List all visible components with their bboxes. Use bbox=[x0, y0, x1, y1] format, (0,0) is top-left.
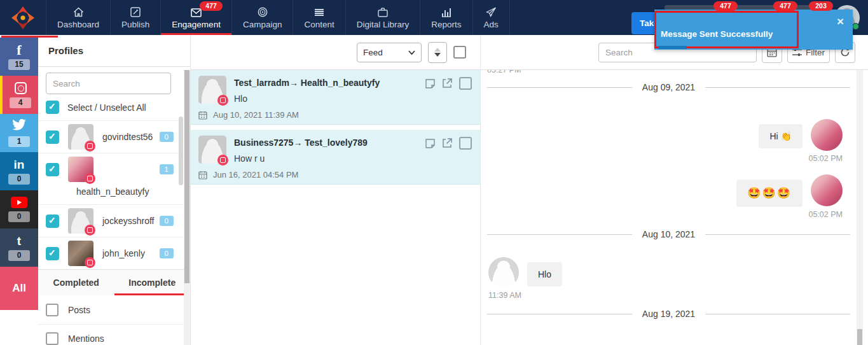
account-row[interactable]: govindtest56 0 bbox=[38, 120, 190, 153]
scrollbar-thumb[interactable] bbox=[184, 70, 189, 283]
profiles-list-scrollbar[interactable] bbox=[179, 116, 183, 185]
select-all-label: Select / Unselect All bbox=[67, 102, 146, 113]
note-icon[interactable] bbox=[425, 79, 435, 88]
card-checkbox[interactable] bbox=[459, 77, 472, 90]
note-icon[interactable] bbox=[425, 139, 435, 148]
nav-item-publish[interactable]: Publish bbox=[111, 0, 161, 35]
sidebar-item-tumblr[interactable]: t 0 bbox=[0, 229, 38, 267]
conversation-scrollbar[interactable] bbox=[857, 70, 863, 345]
account-avatar bbox=[68, 241, 93, 266]
sidebar-item-all[interactable]: All bbox=[0, 267, 38, 310]
sidebar-item-instagram[interactable]: 4 bbox=[0, 76, 38, 114]
open-external-icon[interactable] bbox=[442, 138, 452, 148]
facebook-icon: f bbox=[17, 44, 21, 56]
nav-item-campaign[interactable]: Campaign bbox=[232, 0, 294, 35]
profiles-scrollbar[interactable] bbox=[184, 70, 190, 345]
counter-badge: 477 bbox=[713, 1, 738, 11]
separator-date: Aug 09, 2021 bbox=[642, 82, 695, 92]
message-time: 11:39 AM bbox=[487, 291, 850, 300]
message-bubble: Hi 👏 bbox=[759, 124, 803, 148]
date-separator: Aug 09, 2021 bbox=[487, 82, 850, 92]
nav-label: Digital Library bbox=[357, 20, 410, 29]
nav-label: Dashboard bbox=[57, 20, 99, 29]
filter-label: Posts bbox=[68, 305, 90, 315]
account-row[interactable]: 1 bbox=[38, 153, 190, 185]
filter-row-posts[interactable]: Posts bbox=[38, 295, 190, 324]
sidebar-item-youtube[interactable]: 0 bbox=[0, 190, 38, 229]
sidebar-item-linkedin[interactable]: in 0 bbox=[0, 152, 38, 190]
card-timestamp: Jun 16, 2021 04:54 PM bbox=[213, 170, 298, 180]
filter-label: Mentions bbox=[68, 334, 104, 344]
tab-completed[interactable]: Completed bbox=[38, 270, 114, 295]
sort-order-button[interactable] bbox=[428, 42, 447, 63]
mentions-checkbox[interactable] bbox=[46, 332, 59, 345]
instagram-icon bbox=[15, 82, 27, 94]
account-checkbox[interactable] bbox=[46, 163, 59, 176]
feed-view-value: Feed bbox=[363, 48, 383, 57]
instagram-badge-icon bbox=[85, 225, 95, 236]
message-time: 05:27 PM bbox=[487, 70, 850, 74]
progress-bar bbox=[1, 36, 58, 38]
instagram-badge-icon bbox=[217, 155, 228, 165]
nav-item-dashboard[interactable]: Dashboard bbox=[46, 0, 111, 35]
message-time: 05:02 PM bbox=[487, 154, 850, 163]
feed-header: Feed bbox=[191, 35, 480, 70]
select-all-feed-checkbox[interactable] bbox=[453, 46, 466, 59]
nav-item-ads[interactable]: Ads bbox=[473, 0, 510, 35]
nav-label: Content bbox=[304, 20, 334, 29]
instagram-badge-icon bbox=[85, 257, 95, 268]
message-bubble: Hlo bbox=[527, 262, 562, 286]
feed-card[interactable]: Test_larradm→ Health_n_beautyfy Hlo Aug … bbox=[191, 70, 480, 125]
toast-progress-bar bbox=[658, 46, 687, 49]
conversation-thread[interactable]: 05:27 PM Aug 09, 2021 Hi 👏 05:02 PM 🤩🤩🤩 … bbox=[481, 70, 857, 345]
account-checkbox[interactable] bbox=[46, 247, 59, 260]
message-row: 🤩🤩🤩 bbox=[487, 174, 850, 207]
close-icon[interactable]: × bbox=[837, 15, 844, 28]
sidebar-item-facebook[interactable]: f 15 bbox=[0, 38, 38, 76]
contact-avatar bbox=[488, 257, 519, 288]
open-external-icon[interactable] bbox=[442, 78, 452, 88]
account-row[interactable]: jockeysshroff 0 bbox=[38, 204, 190, 237]
main-nav: Dashboard Publish 477 Engagement Campaig… bbox=[46, 0, 510, 35]
nav-item-digital-library[interactable]: Digital Library bbox=[346, 0, 421, 35]
conversation-title: Business7275→ Test_lovely789 bbox=[234, 136, 368, 148]
nav-item-reports[interactable]: Reports bbox=[420, 0, 472, 35]
card-timestamp: Aug 10, 2021 11:39 AM bbox=[213, 110, 299, 120]
contact-avatar bbox=[811, 174, 843, 206]
profiles-tabs: Completed Incomplete bbox=[38, 269, 190, 295]
toast-notification: Message Sent Successfully × bbox=[654, 10, 853, 50]
profiles-panel-title: Profiles bbox=[38, 35, 190, 67]
message-preview: How r u bbox=[234, 153, 368, 164]
account-row[interactable]: john_kenly 0 bbox=[38, 237, 190, 269]
sender-avatar bbox=[198, 136, 226, 164]
filter-row-mentions[interactable]: Mentions bbox=[38, 324, 190, 345]
tab-incomplete[interactable]: Incomplete bbox=[114, 270, 191, 295]
account-name: govindtest56 bbox=[102, 132, 153, 142]
home-icon bbox=[73, 6, 84, 17]
all-label: All bbox=[12, 282, 26, 295]
sender-avatar bbox=[198, 76, 226, 104]
feed-card[interactable]: Business7275→ Test_lovely789 How r u Jun… bbox=[191, 130, 480, 185]
sidebar-item-twitter[interactable]: 1 bbox=[0, 114, 38, 152]
card-checkbox[interactable] bbox=[459, 137, 472, 150]
nav-item-content[interactable]: Content bbox=[293, 0, 345, 35]
select-all-row: Select / Unselect All bbox=[38, 99, 190, 120]
select-all-checkbox[interactable] bbox=[46, 101, 59, 114]
account-avatar bbox=[68, 208, 93, 234]
linkedin-count-badge: 0 bbox=[8, 174, 30, 185]
account-checkbox[interactable] bbox=[46, 130, 59, 144]
feed-view-select[interactable]: Feed bbox=[357, 43, 422, 62]
nav-item-engagement[interactable]: 477 Engagement bbox=[161, 0, 232, 35]
posts-checkbox[interactable] bbox=[46, 304, 59, 316]
edit-icon bbox=[130, 6, 141, 17]
account-checkbox[interactable] bbox=[46, 215, 59, 228]
profiles-search-input[interactable] bbox=[46, 73, 171, 94]
account-count-badge: 0 bbox=[160, 216, 174, 226]
scrollbar-thumb[interactable] bbox=[857, 329, 862, 345]
account-name: john_kenly bbox=[102, 248, 145, 258]
app-logo bbox=[0, 0, 46, 35]
conversation-title: Test_larradm→ Health_n_beautyfy bbox=[234, 76, 380, 88]
sort-up-icon bbox=[434, 48, 441, 52]
nav-label: Campaign bbox=[243, 20, 282, 29]
separator-date: Aug 19, 2021 bbox=[642, 309, 695, 319]
